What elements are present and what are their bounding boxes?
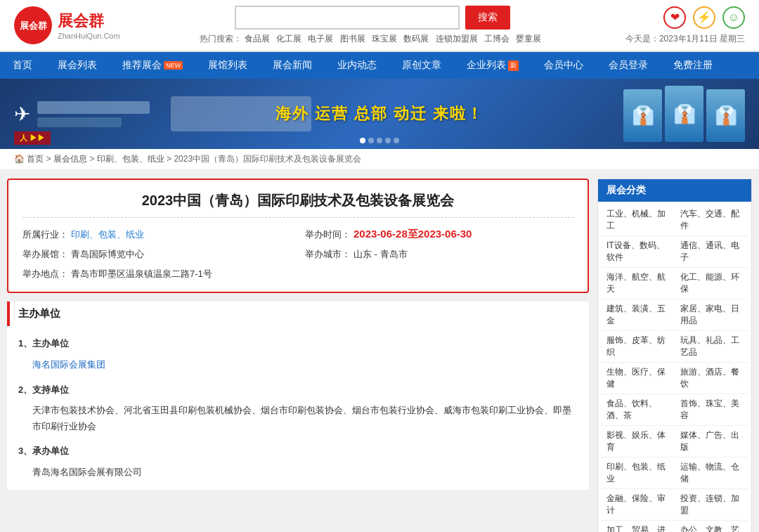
nav-item-industry[interactable]: 业内动态 [325, 52, 389, 79]
nav-item-list[interactable]: 展会列表 [45, 52, 110, 79]
cat-4-1[interactable]: 建筑、装潢、五金 [601, 299, 675, 331]
search-row: 搜索 [235, 6, 510, 30]
sidebar-title: 展会分类 [598, 179, 751, 202]
nav-item-venues[interactable]: 展馆列表 [195, 52, 260, 79]
logo-area: 展会群 展会群 ZhanHuiQun.Com [14, 6, 120, 44]
cat-3-2[interactable]: 化工、能源、环保 [675, 268, 748, 299]
logo-icon: 展会群 [14, 6, 52, 44]
hot-item-5[interactable]: 珠宝展 [372, 34, 397, 44]
info-card: 2023中国（青岛）国际印刷技术及包装设备展览会 所属行业： 印刷、包装、纸业 … [7, 179, 589, 293]
plane-icon: ✈ [14, 103, 30, 126]
cat-11-2[interactable]: 办公、文教、艺术 [675, 521, 748, 532]
dot-2[interactable] [368, 138, 374, 143]
cat-7-1[interactable]: 食品、饮料、酒、茶 [601, 394, 675, 426]
nav-item-login[interactable]: 会员登录 [596, 52, 661, 79]
sub1-org-link[interactable]: 海名国际会展集团 [32, 359, 105, 370]
sidebar: 展会分类 工业、机械、加工 汽车、交通、配件 IT设备、数码、软件 通信、通讯、… [597, 179, 752, 532]
person-1: 👔 [623, 89, 662, 142]
dot-3[interactable] [377, 138, 382, 143]
search-button[interactable]: 搜索 [465, 6, 510, 30]
section-body: 1、主办单位 海名国际会展集团 2、支持单位 天津市包装技术协会、河北省玉田县印… [7, 326, 589, 490]
sub2-orgs: 天津市包装技术协会、河北省玉田县印刷包装机械协会、烟台市印刷包装协会、烟台市包装… [32, 402, 578, 435]
hot-item-1[interactable]: 食品展 [245, 34, 270, 44]
cat-1-2[interactable]: 汽车、交通、配件 [675, 205, 748, 236]
hot-item-2[interactable]: 化工展 [276, 34, 301, 44]
logo-name: 展会群 [58, 11, 120, 32]
dot-4[interactable] [385, 138, 391, 143]
header-icon-row: ❤ ⚡ ☺ [663, 6, 745, 29]
banner-left: ✈ [14, 96, 311, 131]
dot-5[interactable] [394, 138, 399, 143]
sidebar-card: 展会分类 工业、机械、加工 汽车、交通、配件 IT设备、数码、软件 通信、通讯、… [597, 179, 752, 532]
banner-blur-2 [37, 117, 122, 127]
hot-item-8[interactable]: 工博会 [484, 34, 510, 44]
nav-item-recommend[interactable]: 推荐展会 NEW [110, 52, 195, 79]
header: 展会群 展会群 ZhanHuiQun.Com 搜索 热门搜索： 食品展 化工展 … [0, 0, 759, 52]
nav-item-register[interactable]: 免费注册 [661, 52, 725, 79]
cat-6-2[interactable]: 旅游、酒店、餐饮 [675, 363, 748, 394]
cat-4-2[interactable]: 家居、家电、日用品 [675, 299, 748, 331]
cat-1-1[interactable]: 工业、机械、加工 [601, 205, 675, 236]
cat-10-2[interactable]: 投资、连锁、加盟 [675, 489, 748, 521]
banner-text-block [37, 101, 150, 127]
hot-item-4[interactable]: 图书展 [340, 34, 365, 44]
logo-sub: ZhanHuiQun.Com [58, 32, 120, 40]
person-3: 👔 [706, 89, 745, 142]
breadcrumb-current: 2023中国（青岛）国际印刷技术及包装设备展览会 [174, 154, 361, 164]
cat-9-1[interactable]: 印刷、包装、纸业 [601, 458, 675, 489]
hot-search: 热门搜索： 食品展 化工展 电子展 图书展 珠宝展 数码展 连锁加盟展 工博会 … [200, 33, 545, 45]
sub3-org-text: 青岛海名国际会展有限公司 [32, 467, 142, 477]
breadcrumb-category[interactable]: 印刷、包装、纸业 [97, 154, 164, 164]
cat-10-1[interactable]: 金融、保险、审计 [601, 489, 675, 521]
cat-5-1[interactable]: 服饰、皮革、纺织 [601, 331, 675, 363]
cat-2-1[interactable]: IT设备、数码、软件 [601, 236, 675, 268]
cat-9-2[interactable]: 运输、物流、仓储 [675, 458, 748, 489]
nav-item-news[interactable]: 展会新闻 [260, 52, 325, 79]
address-value: 青岛市即墨区温泉镇温泉二路7-1号 [71, 268, 212, 280]
hot-item-9[interactable]: 婴童展 [516, 34, 541, 44]
dot-1[interactable] [360, 138, 365, 143]
nav-item-home[interactable]: 首页 [0, 52, 45, 79]
sub1-org: 海名国际会展集团 [32, 356, 578, 374]
cat-8-1[interactable]: 影视、娱乐、体育 [601, 426, 675, 458]
info-grid: 所属行业： 印刷、包装、纸业 举办时间： 2023-06-28至2023-06-… [22, 228, 573, 280]
main-wrapper: 2023中国（青岛）国际印刷技术及包装设备展览会 所属行业： 印刷、包装、纸业 … [0, 170, 759, 532]
section-title-text: 主办单位 [18, 307, 60, 320]
hot-item-6[interactable]: 数码展 [403, 34, 429, 44]
section-title-bar: 主办单位 [7, 301, 589, 326]
banner-dots [360, 138, 399, 143]
industry-value[interactable]: 印刷、包装、纸业 [71, 228, 144, 241]
hot-item-7[interactable]: 连锁加盟展 [436, 34, 478, 44]
breadcrumb-sep-3: > [167, 154, 174, 164]
banner-right-persons: 👔 👔 👔 [623, 86, 745, 142]
lightning-icon[interactable]: ⚡ [693, 6, 715, 29]
cat-7-2[interactable]: 首饰、珠宝、美容 [675, 394, 748, 426]
breadcrumb-expoinfo[interactable]: 展会信息 [53, 154, 87, 164]
cat-3-1[interactable]: 海洋、航空、航天 [601, 268, 675, 299]
hot-label: 热门搜索： [200, 34, 242, 44]
venue-row: 举办展馆： 青岛国际博览中心 [22, 248, 291, 261]
banner-yellow-text: 海外 运营 总部 动迁 来啦！ [275, 103, 484, 124]
sub3-org: 青岛海名国际会展有限公司 [32, 463, 578, 481]
search-input[interactable] [235, 6, 460, 30]
heart-icon[interactable]: ❤ [663, 6, 686, 29]
city-label: 举办城市： [305, 248, 351, 261]
date-text: 今天是：2023年1月11日 星期三 [625, 33, 745, 45]
address-row: 举办地点： 青岛市即墨区温泉镇温泉二路7-1号 [22, 268, 573, 280]
content-left: 2023中国（青岛）国际印刷技术及包装设备展览会 所属行业： 印刷、包装、纸业 … [7, 179, 589, 532]
cat-11-1[interactable]: 加工、贸易、进出口 [601, 521, 675, 532]
nav-item-original[interactable]: 原创文章 [389, 52, 454, 79]
cat-8-2[interactable]: 媒体、广告、出版 [675, 426, 748, 458]
smile-icon[interactable]: ☺ [722, 6, 745, 29]
breadcrumb-home[interactable]: 首页 [27, 154, 44, 164]
company-badge: 新 [508, 60, 519, 71]
search-area: 搜索 热门搜索： 食品展 化工展 电子展 图书展 珠宝展 数码展 连锁加盟展 工… [131, 6, 614, 45]
cat-6-1[interactable]: 生物、医疗、保健 [601, 363, 675, 394]
sidebar-grid: 工业、机械、加工 汽车、交通、配件 IT设备、数码、软件 通信、通讯、电子 海洋… [598, 202, 751, 532]
hot-item-3[interactable]: 电子展 [308, 34, 333, 44]
cat-2-2[interactable]: 通信、通讯、电子 [675, 236, 748, 268]
cat-5-2[interactable]: 玩具、礼品、工艺品 [675, 331, 748, 363]
nav-item-company[interactable]: 企业列表 新 [454, 52, 531, 79]
nav-item-member-center[interactable]: 会员中心 [531, 52, 596, 79]
organizer-section: 主办单位 1、主办单位 海名国际会展集团 2、支持单位 天津市包装技术协会、河北… [7, 301, 589, 490]
